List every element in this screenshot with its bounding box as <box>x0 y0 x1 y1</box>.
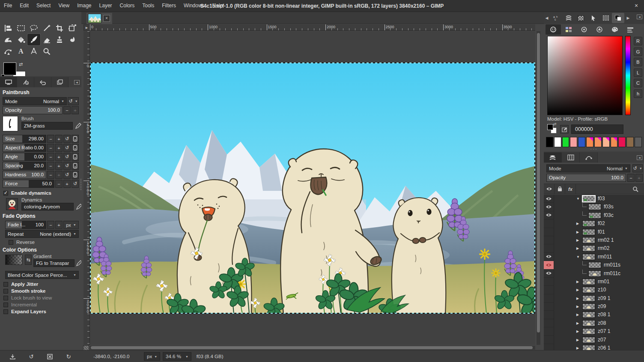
tab-paths[interactable] <box>580 152 598 163</box>
channel-button-h[interactable]: h <box>634 89 642 98</box>
paths-tool[interactable] <box>2 45 15 57</box>
decrease-button[interactable]: − <box>47 162 54 170</box>
opacity-slider[interactable]: Opacity 100.0 <box>3 106 63 114</box>
zoom-select[interactable]: 34.6 %▼ <box>163 352 191 361</box>
brush-thumbnail[interactable] <box>3 116 18 131</box>
layer-name[interactable]: rm01 <box>598 279 609 285</box>
layer-row-f03c[interactable]: f03c <box>544 211 644 220</box>
channel-button-L[interactable]: L <box>634 68 642 77</box>
enable-dynamics-checkbox[interactable] <box>3 191 8 196</box>
vertical-ruler[interactable]: 0500100015002000 <box>83 31 90 345</box>
expand-toggle-icon[interactable]: ▶ <box>576 297 579 300</box>
layer-name[interactable]: z07 1 <box>598 328 610 334</box>
unified-transform-tool[interactable] <box>66 22 79 34</box>
visibility-toggle[interactable] <box>544 203 554 211</box>
vertical-scrollbar[interactable] <box>537 31 540 345</box>
bucket-fill-tool[interactable] <box>15 34 27 45</box>
color-swatch[interactable] <box>562 137 569 147</box>
layer-opacity-decrease-button[interactable]: − <box>627 174 635 182</box>
layer-name[interactable]: f03s <box>604 204 614 210</box>
layer-thumbnail[interactable] <box>582 312 595 318</box>
expand-toggle-icon[interactable]: ▶ <box>576 313 579 317</box>
layer-row-z07[interactable]: ▶z07 <box>544 336 644 344</box>
brush-edit-icon[interactable] <box>75 123 81 130</box>
lock-column-icon[interactable] <box>555 184 565 194</box>
increase-button[interactable]: + <box>55 144 63 152</box>
measure-tool[interactable] <box>27 45 40 57</box>
saturation-value-square[interactable] <box>547 36 623 115</box>
tab-scroll-left-icon[interactable]: ◀ <box>544 16 550 20</box>
layer-row-z10[interactable]: ▶z10 <box>544 286 644 294</box>
increase-button[interactable]: + <box>55 135 63 143</box>
hex-color-input[interactable]: 000000 <box>571 125 623 134</box>
layers-dock-menu-icon[interactable]: ◄ <box>637 155 642 160</box>
visibility-toggle[interactable] <box>544 228 554 236</box>
expand-toggle-icon[interactable]: ▶ <box>576 338 579 342</box>
dynamics-thumbnail[interactable] <box>6 198 18 210</box>
fade-increase-button[interactable]: + <box>55 221 63 229</box>
layer-name[interactable]: f01 <box>598 229 605 235</box>
unit-select[interactable]: px▼ <box>144 352 160 361</box>
restore-tool-preset-icon[interactable]: ↺ <box>26 352 36 361</box>
color-swatch[interactable] <box>602 137 610 147</box>
layer-opacity-increase-button[interactable]: + <box>635 174 643 182</box>
layer-search-icon[interactable] <box>630 184 641 194</box>
reset-button[interactable]: ↺ <box>63 162 71 170</box>
layer-row-z08-1[interactable]: ▶z08 1 <box>544 311 644 319</box>
menu-layer[interactable]: Layer <box>95 0 116 12</box>
layer-thumbnail[interactable] <box>582 337 595 343</box>
text-tool[interactable]: A <box>15 45 27 57</box>
close-image-icon[interactable]: × <box>103 15 110 22</box>
horizontal-scrollbar-thumb[interactable] <box>91 346 533 349</box>
layer-row-z07-1[interactable]: ▶z07 1 <box>544 327 644 335</box>
reset-button[interactable]: ↺ <box>63 144 71 152</box>
left-dock-menu-icon[interactable]: ◄ <box>74 80 80 85</box>
layer-name[interactable]: rm02 <box>598 245 609 251</box>
foreground-color-swatch[interactable] <box>3 62 16 75</box>
layer-mode-reset-button[interactable]: ↺▼ <box>632 164 643 172</box>
expand-toggle-icon[interactable]: ▼ <box>576 255 580 259</box>
incremental-checkbox-row[interactable]: Incremental <box>0 301 81 308</box>
enable-dynamics-row[interactable]: Enable dynamics <box>0 190 81 196</box>
color-swatch[interactable] <box>578 137 585 147</box>
visibility-column-icon[interactable] <box>544 184 555 194</box>
fade-length-slider[interactable]: Fade l... 100 <box>5 221 46 229</box>
expand-toggle-icon[interactable]: ▼ <box>576 197 580 201</box>
visibility-toggle[interactable] <box>544 278 554 286</box>
fade-decrease-button[interactable]: − <box>47 221 54 229</box>
save-tool-preset-icon[interactable] <box>8 352 18 361</box>
tab-tool-options[interactable] <box>0 77 17 87</box>
layer-opacity-slider[interactable]: Opacity 100.0 <box>546 174 626 182</box>
expand-toggle-icon[interactable]: ▶ <box>576 321 579 325</box>
tab-scroll-right-icon[interactable]: ▶ <box>625 16 631 20</box>
expand-toggle-icon[interactable]: ▶ <box>576 230 579 234</box>
layer-name[interactable]: f03c <box>604 212 614 218</box>
visibility-toggle[interactable] <box>544 253 554 261</box>
visibility-toggle[interactable] <box>544 270 554 278</box>
tab-selection-editor[interactable] <box>599 13 612 23</box>
opacity-decrease-button[interactable]: − <box>63 106 71 114</box>
gradient-name-field[interactable]: FG to Transpar <box>33 259 75 267</box>
tab-brushes[interactable] <box>562 13 575 23</box>
decrease-button[interactable]: − <box>47 144 54 152</box>
horizontal-scrollbar[interactable] <box>90 346 535 350</box>
layer-thumbnail[interactable] <box>582 345 595 350</box>
image-tab[interactable]: × <box>86 13 112 24</box>
visibility-toggle[interactable] <box>544 294 554 303</box>
reverse-checkbox[interactable] <box>9 240 13 245</box>
layer-thumbnail[interactable] <box>582 229 595 235</box>
tab-images[interactable] <box>51 77 69 87</box>
layer-thumbnail[interactable] <box>582 295 595 302</box>
color-swatch[interactable] <box>626 137 634 147</box>
checkbox[interactable] <box>3 296 8 300</box>
layer-thumbnail[interactable] <box>582 254 595 260</box>
layer-row-z09[interactable]: ▶z09 <box>544 303 644 311</box>
checkbox[interactable] <box>3 303 8 307</box>
tab-gimp-color[interactable] <box>546 24 561 35</box>
clone-tool[interactable] <box>53 34 66 45</box>
visibility-toggle[interactable] <box>544 211 554 220</box>
layer-thumbnail[interactable] <box>582 287 595 293</box>
layer-thumbnail[interactable] <box>588 212 601 219</box>
layer-row-rm011[interactable]: ▼rm011 <box>544 253 644 261</box>
layer-thumbnail[interactable] <box>582 220 595 227</box>
